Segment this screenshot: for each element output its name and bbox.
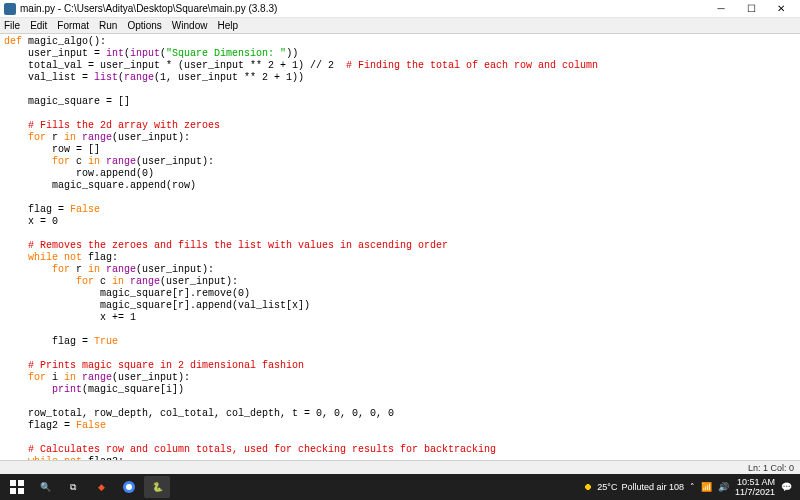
weather-icon [583, 482, 593, 492]
menu-options[interactable]: Options [127, 20, 161, 31]
tray-chevron-icon[interactable]: ˄ [690, 482, 695, 492]
chrome-icon[interactable] [116, 476, 142, 498]
svg-point-5 [126, 484, 132, 490]
menu-file[interactable]: File [4, 20, 20, 31]
start-button[interactable] [4, 476, 30, 498]
svg-rect-0 [10, 480, 16, 486]
weather-text: Polluted air 108 [621, 482, 684, 492]
svg-rect-2 [10, 488, 16, 494]
volume-icon[interactable]: 🔊 [718, 482, 729, 492]
clock-date: 11/7/2021 [735, 487, 775, 497]
svg-rect-3 [18, 488, 24, 494]
code-editor[interactable]: def magic_algo(): user_input = int(input… [0, 34, 800, 460]
close-button[interactable]: ✕ [766, 0, 796, 18]
menu-bar: File Edit Format Run Options Window Help [0, 18, 800, 34]
window-title: main.py - C:\Users\Aditya\Desktop\Square… [20, 3, 706, 14]
menu-run[interactable]: Run [99, 20, 117, 31]
app-icon [4, 3, 16, 15]
windows-taskbar: 🔍 ⧉ ◆ 🐍 25°C Polluted air 108 ˄ 📶 🔊 10:5… [0, 474, 800, 500]
weather-widget[interactable]: 25°C Polluted air 108 [583, 482, 684, 492]
weather-temp: 25°C [597, 482, 617, 492]
cursor-position: Ln: 1 Col: 0 [748, 463, 794, 473]
notifications-icon[interactable]: 💬 [781, 482, 792, 492]
menu-format[interactable]: Format [57, 20, 89, 31]
task-view-icon[interactable]: ⧉ [60, 476, 86, 498]
menu-edit[interactable]: Edit [30, 20, 47, 31]
brave-icon[interactable]: ◆ [88, 476, 114, 498]
idle-icon[interactable]: 🐍 [144, 476, 170, 498]
search-icon[interactable]: 🔍 [32, 476, 58, 498]
svg-rect-1 [18, 480, 24, 486]
status-bar: Ln: 1 Col: 0 [0, 460, 800, 474]
clock[interactable]: 10:51 AM 11/7/2021 [735, 477, 775, 497]
clock-time: 10:51 AM [735, 477, 775, 487]
menu-window[interactable]: Window [172, 20, 208, 31]
menu-help[interactable]: Help [217, 20, 238, 31]
window-controls: ─ ☐ ✕ [706, 0, 796, 18]
maximize-button[interactable]: ☐ [736, 0, 766, 18]
minimize-button[interactable]: ─ [706, 0, 736, 18]
network-icon[interactable]: 📶 [701, 482, 712, 492]
window-titlebar: main.py - C:\Users\Aditya\Desktop\Square… [0, 0, 800, 18]
